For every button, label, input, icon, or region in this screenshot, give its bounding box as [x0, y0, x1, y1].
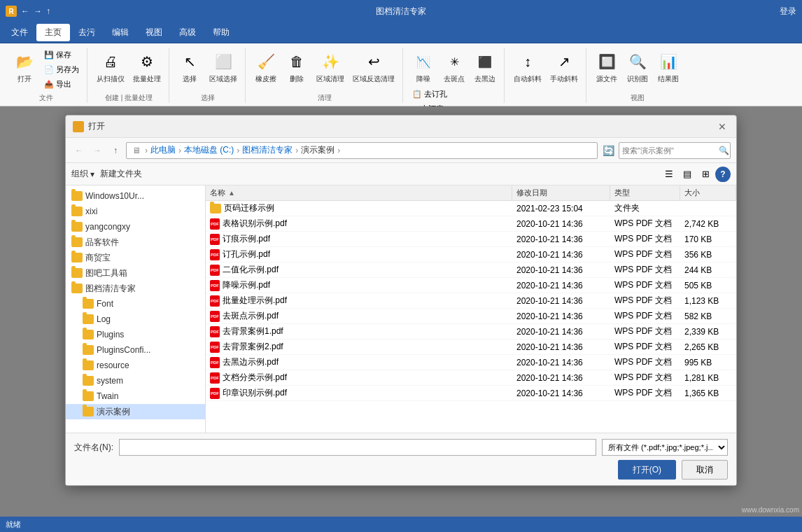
dialog-body: Windows10Ur... xixi yangcongxy 品客软件 [66, 186, 736, 433]
breadcrumb-drive[interactable]: 本地磁盘 (C:) [184, 144, 234, 156]
reverse-clean-button[interactable]: ↩ 区域反选清理 [349, 48, 398, 86]
staple-hole-button[interactable]: 📋 去订孔 [409, 88, 451, 101]
menu-home[interactable]: 主页 [36, 24, 70, 41]
batch-button[interactable]: ⚙ 批量处理 [129, 48, 164, 86]
breadcrumb-app[interactable]: 图档清洁专家 [242, 144, 293, 156]
file-row-10[interactable]: PDF 去黑边示例.pdf 2020-10-21 14:36 WPS PDF 文… [206, 355, 736, 370]
col-header-size[interactable]: 大小 [680, 186, 736, 200]
tree-item-tubatool[interactable]: 图吧工具箱 [66, 265, 205, 281]
tree-item-log[interactable]: Log [66, 312, 205, 327]
filetype-select[interactable]: 所有文件 (*.pdf;*.jpg;*.jpeg;*.j... [602, 439, 728, 456]
file-name-text: 降噪示例.pdf [223, 279, 270, 291]
details-view-button[interactable]: ▤ [679, 167, 696, 182]
file-row-2[interactable]: PDF 订痕示例.pdf 2020-10-21 14:36 WPS PDF 文档… [206, 232, 736, 247]
tree-item-shangmaobao[interactable]: 商贸宝 [66, 250, 205, 265]
denoise-button[interactable]: 📉 降噪 [409, 48, 438, 86]
open-button[interactable]: 📂 打开 [10, 48, 39, 91]
menu-view[interactable]: 视图 [137, 24, 171, 41]
nav-up-button[interactable]: ↑ [108, 143, 123, 158]
file-row-6[interactable]: PDF 批量处理示例.pdf 2020-10-21 14:36 WPS PDF … [206, 293, 736, 309]
open-confirm-button[interactable]: 打开(O) [618, 460, 676, 479]
tree-item-demo[interactable]: 演示案例 [66, 404, 205, 419]
export-button[interactable]: 📤 导出 [41, 78, 83, 91]
grid-view-button[interactable]: ⊞ [697, 167, 714, 182]
breadcrumb-sep2: › [178, 146, 181, 155]
saveas-button[interactable]: 📄 另存为 [41, 63, 83, 76]
delete-button[interactable]: 🗑 删除 [282, 48, 311, 86]
source-view-button[interactable]: 🔲 源文件 [592, 48, 621, 86]
manual-deskew-button[interactable]: ↗ 手动斜料 [547, 48, 582, 86]
save-button[interactable]: 💾 保存 [41, 48, 83, 62]
result-view-button[interactable]: 📊 结果图 [654, 48, 683, 86]
nav-back-button[interactable]: ← [71, 143, 87, 158]
quick-access-back[interactable]: ← [21, 6, 29, 16]
file-row-12[interactable]: PDF 印章识别示例.pdf 2020-10-21 14:36 WPS PDF … [206, 386, 736, 401]
ribbon-view-label: 视图 [592, 92, 683, 103]
menu-file[interactable]: 文件 [3, 24, 36, 41]
area-select-button[interactable]: ⬜ 区域选择 [206, 48, 241, 86]
new-folder-button[interactable]: 新建文件夹 [100, 168, 142, 180]
file-row-7[interactable]: PDF 去斑点示例.pdf 2020-10-21 14:36 WPS PDF 文… [206, 309, 736, 324]
file-row-4[interactable]: PDF 二值化示例.pdf 2020-10-21 14:36 WPS PDF 文… [206, 262, 736, 278]
filename-input[interactable] [119, 439, 596, 456]
col-header-name[interactable]: 名称 ▲ [206, 186, 512, 200]
scan-button[interactable]: 🖨 从扫描仪 [93, 48, 128, 86]
tree-item-resource[interactable]: resource [66, 358, 205, 373]
file-date-col: 2020-10-21 14:36 [512, 232, 610, 246]
file-row-3[interactable]: PDF 订孔示例.pdf 2020-10-21 14:36 WPS PDF 文档… [206, 247, 736, 262]
deborder-button[interactable]: ⬛ 去黑边 [470, 48, 500, 86]
nav-forward-button[interactable]: → [90, 143, 105, 158]
file-row-9[interactable]: PDF 去背景案例2.pdf 2020-10-21 14:36 WPS PDF … [206, 340, 736, 355]
ocr-view-button[interactable]: 🔍 识别图 [623, 48, 652, 86]
breadcrumb-this-pc[interactable]: 此电脑 [150, 144, 176, 156]
quick-access-forward[interactable]: → [34, 6, 42, 16]
tree-item-pinkesoftware[interactable]: 品客软件 [66, 234, 205, 250]
quick-access-up[interactable]: ↑ [46, 6, 50, 16]
login-label[interactable]: 登录 [780, 6, 796, 18]
menu-advanced[interactable]: 高级 [171, 24, 204, 41]
tree-item-system[interactable]: system [66, 373, 205, 388]
col-header-type[interactable]: 类型 [610, 186, 680, 200]
organize-button[interactable]: 组织 ▾ [71, 168, 94, 180]
file-row-5[interactable]: PDF 降噪示例.pdf 2020-10-21 14:36 WPS PDF 文档… [206, 278, 736, 293]
scan-label: 从扫描仪 [97, 74, 125, 84]
tree-item-app[interactable]: 图档清洁专家 [66, 281, 205, 296]
area-clean-label: 区域清理 [316, 74, 344, 84]
search-input[interactable] [622, 146, 719, 155]
refresh-button[interactable]: 🔄 [600, 143, 616, 158]
file-size-col: 995 KB [680, 355, 736, 370]
dialog-close-button[interactable]: ✕ [715, 120, 729, 134]
menu-help[interactable]: 帮助 [204, 24, 238, 41]
tree-item-xixi[interactable]: xixi [66, 204, 205, 219]
despot-button[interactable]: ✳ 去斑点 [439, 48, 469, 86]
tree-item-font[interactable]: Font [66, 296, 205, 312]
file-row-8[interactable]: PDF 去背景案例1.pdf 2020-10-21 14:36 WPS PDF … [206, 324, 736, 340]
auto-deskew-label: 自动斜料 [514, 74, 542, 84]
area-clean-button[interactable]: ✨ 区域清理 [313, 48, 348, 86]
tree-item-pluginsconfig[interactable]: PluginsConfi... [66, 342, 205, 358]
dialog-title-area: 打开 [73, 120, 105, 132]
tree-item-windows10[interactable]: Windows10Ur... [66, 188, 205, 204]
file-row-1[interactable]: PDF 表格识别示例.pdf 2020-10-21 14:36 WPS PDF … [206, 216, 736, 232]
auto-deskew-button[interactable]: ↕ 自动斜料 [510, 48, 545, 86]
menu-edit[interactable]: 编辑 [104, 24, 137, 41]
eraser-button[interactable]: 🧹 橡皮擦 [251, 48, 281, 86]
tree-item-twain[interactable]: Twain [66, 388, 205, 404]
col-type-label: 类型 [614, 188, 630, 198]
new-folder-label: 新建文件夹 [100, 169, 142, 178]
list-view-button[interactable]: ☰ [661, 167, 677, 182]
file-row-11[interactable]: PDF 文档分类示例.pdf 2020-10-21 14:36 WPS PDF … [206, 370, 736, 386]
pdf-icon: PDF [210, 265, 220, 276]
help-button[interactable]: ? [715, 167, 731, 182]
file-row-0[interactable]: 页码迁移示例 2021-02-23 15:04 文件夹 [206, 201, 736, 216]
menu-remove[interactable]: 去污 [70, 24, 104, 41]
col-header-date[interactable]: 修改日期 [512, 186, 610, 200]
tree-folder-icon [83, 376, 94, 386]
tree-item-plugins[interactable]: Plugins [66, 327, 205, 342]
breadcrumb-sep3: › [237, 146, 239, 155]
file-name-text: 表格识别示例.pdf [223, 218, 287, 230]
tree-item-yangcongxy[interactable]: yangcongxy [66, 219, 205, 234]
select-button[interactable]: ↖ 选择 [175, 48, 204, 86]
file-name-col: PDF 降噪示例.pdf [206, 278, 512, 293]
cancel-button[interactable]: 取消 [682, 460, 728, 479]
